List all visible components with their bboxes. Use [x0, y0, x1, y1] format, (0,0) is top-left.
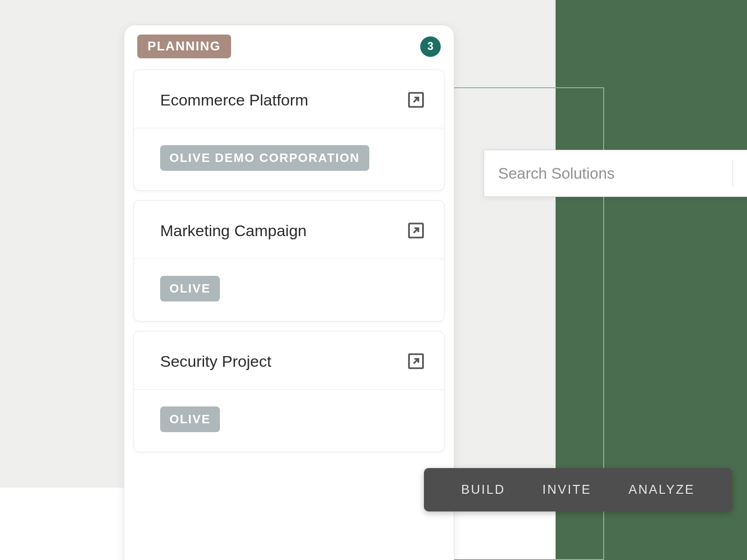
organization-tag: OLIVE — [160, 276, 220, 301]
organization-tag: OLIVE — [160, 406, 220, 432]
organization-tag: OLIVE DEMO CORPORATION — [160, 145, 369, 171]
open-external-icon[interactable] — [407, 91, 425, 109]
status-badge: PLANNING — [137, 35, 231, 58]
panel-header: PLANNING 3 — [134, 35, 444, 58]
card-title: Marketing Campaign — [160, 222, 307, 240]
card-body: OLIVE — [134, 259, 444, 321]
search-bar — [484, 150, 747, 197]
card-header: Marketing Campaign — [134, 201, 444, 259]
count-badge: 3 — [420, 36, 441, 57]
project-card[interactable]: Marketing Campaign OLIVE — [134, 200, 444, 322]
project-card[interactable]: Security Project OLIVE — [134, 331, 444, 452]
search-input[interactable] — [484, 150, 733, 196]
card-header: Ecommerce Platform — [134, 70, 444, 128]
card-title: Ecommerce Platform — [160, 91, 308, 109]
analyze-button[interactable]: ANALYZE — [628, 483, 695, 497]
build-button[interactable]: BUILD — [461, 483, 506, 497]
card-body: OLIVE DEMO CORPORATION — [134, 128, 444, 190]
divider — [733, 161, 733, 186]
project-card[interactable]: Ecommerce Platform OLIVE DEMO CORPORATIO… — [134, 70, 444, 191]
action-bar: BUILD INVITE ANALYZE — [424, 468, 732, 511]
invite-button[interactable]: INVITE — [543, 483, 592, 497]
card-title: Security Project — [160, 352, 271, 371]
open-external-icon[interactable] — [407, 352, 425, 371]
card-header: Security Project — [134, 331, 444, 390]
open-external-icon[interactable] — [407, 221, 425, 240]
card-body: OLIVE — [134, 390, 444, 452]
planning-panel: PLANNING 3 Ecommerce Platform OLIVE DEMO… — [124, 25, 454, 560]
search-button[interactable] — [733, 150, 747, 196]
